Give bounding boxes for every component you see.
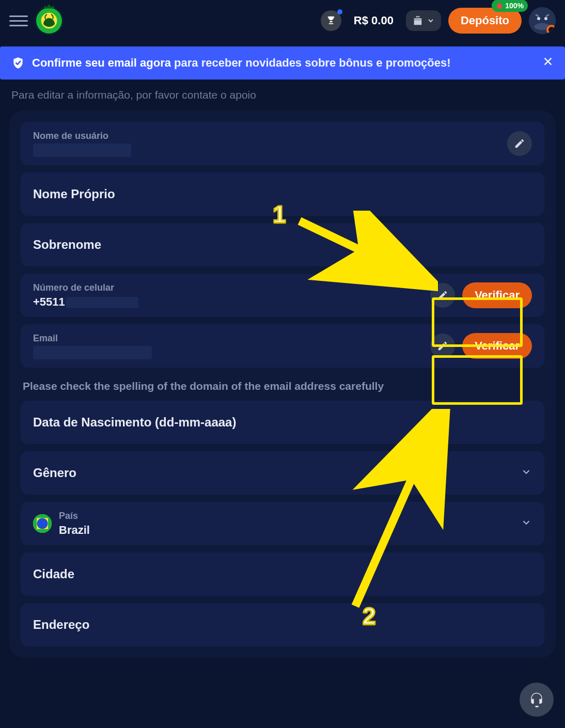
trophy-icon (326, 15, 336, 26)
field-label: Nome Próprio (33, 187, 115, 201)
field-email: Email Verificar (21, 324, 544, 368)
topbar: R$ 0.00 Depósito 100% (0, 0, 565, 41)
svg-point-2 (537, 17, 540, 20)
edit-username-button[interactable] (507, 131, 532, 156)
edit-info-note: Para editar a informação, por favor cont… (0, 80, 565, 106)
close-icon (542, 56, 554, 67)
field-label: Data de Nascimento (dd-mm-aaaa) (33, 415, 236, 430)
field-label: Sobrenome (33, 238, 101, 252)
lion-icon (35, 7, 63, 35)
gift-icon (496, 2, 503, 9)
email-domain-hint: Please check the spelling of the domain … (21, 375, 544, 401)
field-label: Endereço (33, 618, 89, 632)
svg-point-3 (544, 17, 547, 20)
redacted-value (33, 144, 131, 157)
banner-strong: Confirme seu email agora (32, 56, 171, 69)
balance-display: R$ 0.00 (349, 14, 399, 27)
chevron-down-icon (521, 517, 532, 530)
chevron-down-icon (521, 466, 532, 480)
shield-check-icon (11, 56, 25, 70)
field-last-name[interactable]: Sobrenome (21, 223, 544, 266)
field-label: Cidade (33, 567, 74, 581)
pencil-icon (514, 138, 525, 149)
edit-email-button[interactable] (430, 334, 455, 358)
deposit-button[interactable]: Depósito 100% (448, 8, 522, 34)
gift-dropdown[interactable] (406, 10, 441, 31)
field-label: País (59, 511, 513, 521)
edit-phone-button[interactable] (430, 283, 455, 308)
flag-brazil-icon (33, 514, 52, 533)
field-first-name[interactable]: Nome Próprio (21, 172, 544, 216)
notification-dot-icon (337, 9, 342, 14)
field-phone: Número de celular +5511 Verificar (21, 274, 544, 317)
banner-rest: para receber novidades sobre bônus e pro… (171, 56, 451, 69)
field-label: Email (33, 333, 423, 344)
profile-form: Nome de usuário Nome Próprio Sobrenome N… (9, 110, 556, 658)
field-city[interactable]: Cidade (21, 552, 544, 596)
field-gender[interactable]: Gênero (21, 451, 544, 495)
deposit-bonus-badge: 100% (492, 0, 528, 12)
field-username: Nome de usuário (21, 122, 544, 165)
menu-button[interactable] (9, 11, 28, 30)
headset-icon (528, 691, 545, 708)
avatar-badge-icon (546, 25, 556, 34)
field-label: Nome de usuário (33, 131, 500, 141)
pencil-icon (437, 340, 448, 352)
svg-point-4 (548, 27, 555, 33)
field-country[interactable]: País Brazil (21, 502, 544, 545)
phone-prefix: +5511 (33, 295, 65, 308)
verify-email-button[interactable]: Verificar (462, 333, 532, 359)
site-logo[interactable] (35, 7, 63, 35)
field-address[interactable]: Endereço (21, 603, 544, 646)
confirm-email-banner[interactable]: Confirme seu email agora para receber no… (0, 46, 565, 80)
trophy-button[interactable] (321, 10, 341, 31)
redacted-value (66, 297, 138, 308)
redacted-value (33, 346, 152, 359)
chevron-down-icon (427, 17, 435, 25)
support-button[interactable] (520, 683, 554, 717)
field-dob[interactable]: Data de Nascimento (dd-mm-aaaa) (21, 401, 544, 444)
field-value: Brazil (59, 524, 513, 537)
deposit-button-label: Depósito (461, 14, 509, 27)
field-label: Número de celular (33, 282, 423, 293)
banner-close-button[interactable] (542, 56, 554, 70)
field-label: Gênero (33, 466, 76, 480)
gift-icon (412, 15, 423, 26)
avatar[interactable] (529, 7, 556, 34)
pencil-icon (437, 290, 448, 301)
verify-phone-button[interactable]: Verificar (462, 282, 532, 308)
